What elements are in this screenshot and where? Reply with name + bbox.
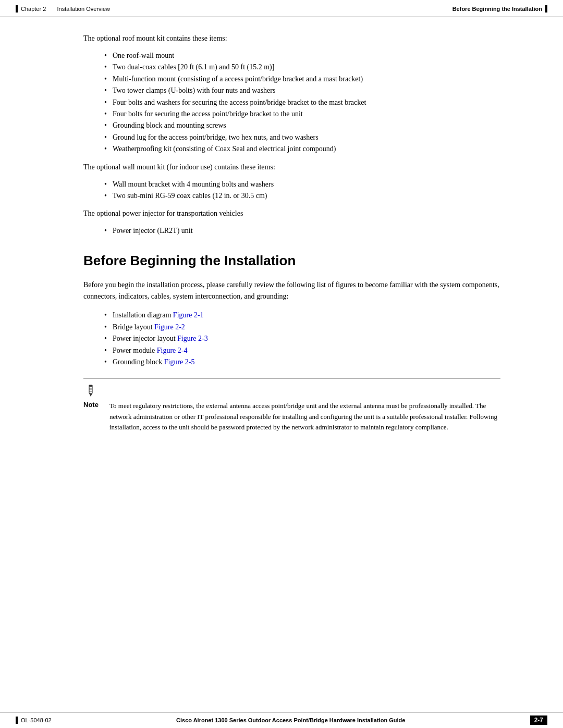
footer-doc-number: OL-5048-02	[21, 717, 52, 723]
figure-link-0[interactable]: Figure 2-1	[173, 311, 204, 319]
header-right: Before Beginning the Installation	[452, 5, 547, 13]
header-left: Chapter 2 Installation Overview	[16, 5, 110, 13]
footer-page-number: 2-7	[530, 715, 547, 725]
list-item: Two tower clamps (U-bolts) with four nut…	[104, 85, 500, 96]
list-item: Installation diagram Figure 2-1	[104, 310, 500, 321]
list-item: Weatherproofing kit (consisting of Coax …	[104, 143, 500, 155]
power-injector-intro: The optional power injector for transpor…	[83, 208, 500, 219]
chapter-label: Chapter 2	[21, 6, 46, 12]
note-label: Note	[83, 401, 104, 409]
roof-mount-intro: The optional roof mount kit contains the…	[83, 33, 500, 44]
list-item: Four bolts and washers for securing the …	[104, 97, 500, 108]
list-item: Two dual-coax cables [20 ft (6.1 m) and …	[104, 61, 500, 73]
roof-mount-list: One roof-wall mount Two dual-coax cables…	[104, 50, 500, 155]
page-header: Chapter 2 Installation Overview Before B…	[0, 0, 563, 17]
figure-text-4: Grounding block	[113, 358, 164, 366]
footer-center: Cisco Aironet 1300 Series Outdoor Access…	[52, 717, 530, 723]
figure-link-1[interactable]: Figure 2-2	[154, 323, 185, 331]
svg-marker-1	[89, 393, 92, 397]
list-item: Grounding block and mounting screws	[104, 120, 500, 131]
power-injector-list: Power injector (LR2T) unit	[104, 225, 500, 237]
list-item: Power module Figure 2-4	[104, 345, 500, 356]
section-heading: Before Beginning the Installation	[83, 253, 500, 269]
list-item: Power injector (LR2T) unit	[104, 225, 500, 237]
footer-bar-left	[16, 717, 18, 724]
svg-rect-2	[89, 385, 92, 387]
list-item: Ground lug for the access point/bridge, …	[104, 132, 500, 143]
figure-text-3: Power module	[113, 347, 157, 354]
list-item: Four bolts for securing the access point…	[104, 108, 500, 120]
list-item: Bridge layout Figure 2-2	[104, 322, 500, 333]
list-item: Grounding block Figure 2-5	[104, 356, 500, 368]
note-text: To meet regulatory restrictions, the ext…	[109, 401, 500, 432]
page: Chapter 2 Installation Overview Before B…	[0, 0, 563, 728]
figure-link-3[interactable]: Figure 2-4	[157, 347, 188, 354]
figure-text-0: Installation diagram	[113, 311, 173, 319]
page-footer: OL-5048-02 Cisco Aironet 1300 Series Out…	[0, 712, 563, 728]
list-item: Two sub-mini RG-59 coax cables (12 in. o…	[104, 190, 500, 202]
note-pencil-icon	[83, 384, 98, 399]
list-item: Wall mount bracket with 4 mounting bolts…	[104, 179, 500, 190]
header-bar-left	[16, 5, 18, 13]
figure-text-1: Bridge layout	[113, 323, 154, 331]
figure-text-2: Power injector layout	[113, 335, 177, 342]
wall-mount-intro: The optional wall mount kit (for indoor …	[83, 162, 500, 172]
footer-left: OL-5048-02	[16, 717, 52, 724]
header-bar-right	[545, 5, 547, 13]
main-content: The optional roof mount kit contains the…	[0, 17, 563, 464]
header-right-label: Before Beginning the Installation	[452, 6, 542, 12]
note-icon-row	[83, 384, 500, 399]
wall-mount-list: Wall mount bracket with 4 mounting bolts…	[104, 179, 500, 202]
figure-list: Installation diagram Figure 2-1 Bridge l…	[104, 310, 500, 368]
section-intro: Before you begin the installation proces…	[83, 279, 500, 303]
figure-link-2[interactable]: Figure 2-3	[177, 335, 208, 342]
list-item: Multi-function mount (consisting of a ac…	[104, 73, 500, 85]
list-item: Power injector layout Figure 2-3	[104, 333, 500, 344]
note-box: Note To meet regulatory restrictions, th…	[83, 378, 500, 432]
figure-link-4[interactable]: Figure 2-5	[164, 358, 195, 366]
note-body: Note To meet regulatory restrictions, th…	[83, 401, 500, 432]
section-label: Installation Overview	[57, 6, 110, 12]
list-item: One roof-wall mount	[104, 50, 500, 61]
